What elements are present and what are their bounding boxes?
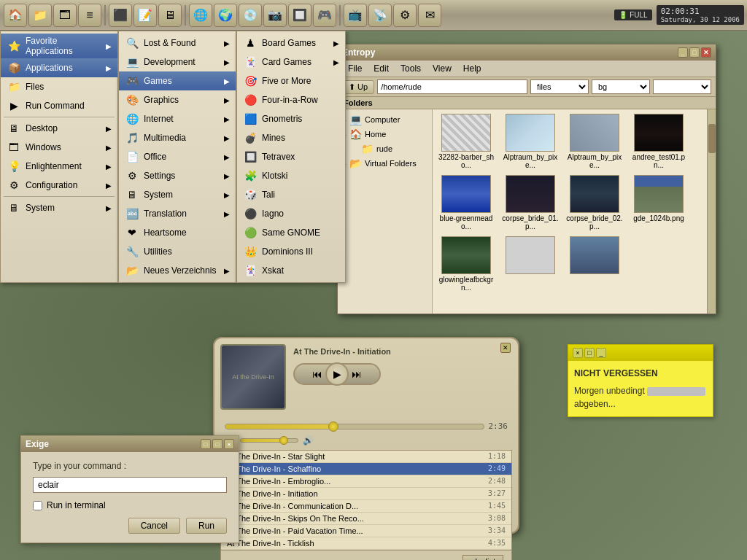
file-item[interactable]: glowingleafbckgrn... (437, 236, 495, 292)
menu-item-system[interactable]: 🖥 System ▶ (1, 198, 117, 217)
playlist-item[interactable]: At The Drive-In - Initiation 3:27 (221, 488, 511, 500)
entropy-up-btn[interactable]: ⬆ Up (342, 80, 374, 94)
entropy-minimize-btn[interactable]: _ (678, 47, 688, 58)
menu-item-five-or-more[interactable]: 🎯 Five or More (237, 71, 345, 90)
menu-item-files[interactable]: 📁 Files (1, 77, 117, 96)
settings-taskbar-icon[interactable]: ⚙ (393, 4, 417, 27)
menu-item-card-games[interactable]: 🃏 Card Games ▶ (237, 52, 345, 71)
progress-handle[interactable] (328, 421, 338, 432)
window-taskbar-icon[interactable]: 🗔 (53, 4, 77, 27)
menu-item-iagno[interactable]: ⚫ Iagno (237, 204, 345, 223)
menu-item-utilities[interactable]: 🔧 Utilities (119, 242, 236, 261)
mail-taskbar-icon[interactable]: ✉ (418, 4, 441, 27)
sticky-btn2[interactable]: □ (584, 348, 595, 358)
folder-item-virtual[interactable]: ▶ 📂 Virtual Folders (338, 156, 432, 171)
next-btn[interactable]: ⏭ (352, 368, 362, 380)
entropy-filter-select[interactable]: files (530, 79, 589, 94)
file-item[interactable]: Alptraum_by_pixe... (565, 114, 624, 169)
camera-taskbar-icon[interactable]: 📷 (263, 4, 287, 27)
playlist-item[interactable]: At The Drive-In - Skips On The Reco... 3… (221, 513, 511, 525)
menu-item-development[interactable]: 💻 Development ▶ (119, 52, 236, 71)
entropy-menu-tools[interactable]: Tools (395, 62, 427, 75)
menu-item-klotski[interactable]: 🧩 Klotski (237, 166, 345, 185)
playlist-item[interactable]: At The Drive-In - Star Slight 1:18 (221, 451, 511, 463)
file-item[interactable] (501, 236, 560, 292)
folder-item-home[interactable]: ▶ 🏠 Home (338, 127, 432, 141)
menu-item-tali[interactable]: 🎲 Tali (237, 185, 345, 204)
file-item[interactable]: corpse_bride_01.p... (501, 175, 560, 230)
home-taskbar-icon[interactable]: 🏠 (4, 4, 27, 27)
sticky-btn1[interactable]: × (573, 348, 583, 358)
menu-item-mines[interactable]: 💣 Mines (237, 128, 345, 147)
menu-item-xskat[interactable]: 🃏 Xskat (237, 261, 345, 280)
prev-btn[interactable]: ⏮ (312, 368, 322, 380)
menu-item-applications[interactable]: 📦 Applications ▶ (1, 58, 117, 77)
menu-item-neues[interactable]: 📂 Neues Verzeichnis ▶ (119, 261, 236, 280)
file-item[interactable]: corpse_bride_02.p... (565, 175, 624, 230)
menu-item-internet[interactable]: 🌐 Internet ▶ (119, 109, 236, 128)
menu-item-desktop[interactable]: 🖥 Desktop ▶ (1, 119, 117, 138)
menu-item-settings[interactable]: ⚙ Settings ▶ (119, 166, 236, 185)
app-taskbar-icon[interactable]: 🔲 (288, 4, 311, 27)
menu-item-configuration[interactable]: ⚙ Configuration ▶ (1, 176, 117, 195)
menu-item-office[interactable]: 📄 Office ▶ (119, 147, 236, 166)
playlist-item[interactable]: At The Drive-In - Communication D... 1:4… (221, 500, 511, 513)
menu-item-board-games[interactable]: ♟ Board Games ▶ (237, 34, 345, 52)
run-button[interactable]: Run (186, 518, 227, 534)
scrollbar-thumb[interactable] (708, 124, 716, 153)
file-item[interactable] (565, 236, 624, 292)
menu-item-four-in-row[interactable]: 🔴 Four-in-a-Row (237, 90, 345, 109)
entropy-sort-select[interactable] (653, 79, 711, 94)
cancel-button[interactable]: Cancel (128, 518, 180, 534)
entropy-view-select[interactable]: bg (592, 79, 650, 94)
playlist-item-active[interactable]: At The Drive-In - Schaffino 2:49 (221, 463, 511, 475)
player-close-btn[interactable]: ✕ (500, 343, 511, 353)
entropy-menu-edit[interactable]: Edit (368, 62, 395, 75)
playlist-item[interactable]: At The Drive-In - Ticklish 4:35 (221, 537, 511, 550)
playlist-btn[interactable]: playlist (462, 555, 503, 560)
entropy-menu-view[interactable]: View (427, 62, 457, 75)
sticky-btn3[interactable]: _ (596, 348, 606, 358)
volume-handle[interactable] (279, 436, 288, 445)
menu-item-enlightenment[interactable]: 💡 Enlightenment ▶ (1, 157, 117, 176)
menu-item-tetravex[interactable]: 🔲 Tetravex (237, 147, 345, 166)
browser-taskbar-icon[interactable]: 🖥 (158, 4, 182, 27)
run-in-terminal-checkbox[interactable] (33, 501, 42, 510)
file-item[interactable]: Alptraum_by_pixe... (501, 114, 560, 169)
menu-item-heartsome[interactable]: ❤ Heartsome (119, 223, 236, 242)
exige-btn1[interactable]: □ (201, 439, 211, 449)
exige-btn3[interactable]: × (224, 439, 234, 449)
file-item[interactable]: blue-greenmeado... (437, 175, 495, 230)
disc-taskbar-icon[interactable]: 💿 (239, 4, 262, 27)
globe-taskbar-icon[interactable]: 🌐 (189, 4, 212, 27)
file-item[interactable]: 32282-barber_sho... (437, 114, 495, 169)
menu-item-windows[interactable]: 🗔 Windows ▶ (1, 138, 117, 157)
menu-item-run-command[interactable]: ▶ Run Command (1, 96, 117, 115)
file-item[interactable]: gde_1024b.png (630, 175, 688, 230)
menu-item-favorite-apps[interactable]: ⭐ Favorite Applications ▶ (1, 34, 117, 58)
playlist-item[interactable]: At The Drive-In - Paid Vacation Time... … (221, 525, 511, 537)
entropy-menu-help[interactable]: Help (457, 62, 487, 75)
network-taskbar-icon[interactable]: 🌍 (214, 4, 237, 27)
edit-taskbar-icon[interactable]: 📝 (133, 4, 157, 27)
folder-item-computer[interactable]: ▶ 💻 Computer (338, 112, 432, 127)
games-taskbar-icon[interactable]: 🎮 (313, 4, 336, 27)
menu-item-lost-found[interactable]: 🔍 Lost & Found ▶ (119, 34, 236, 52)
menu-item-dominions3[interactable]: 👑 Dominions III (237, 242, 345, 261)
menu-item-graphics[interactable]: 🎨 Graphics ▶ (119, 90, 236, 109)
menu-item-games[interactable]: 🎮 Games ▶ (119, 71, 236, 90)
menu-item-translation[interactable]: 🔤 Translation ▶ (119, 204, 236, 223)
menu-item-gnometris[interactable]: 🟦 Gnometris (237, 109, 345, 128)
net2-taskbar-icon[interactable]: 📡 (368, 4, 392, 27)
entropy-path-input[interactable] (377, 79, 527, 94)
exige-btn2[interactable]: □ (212, 439, 222, 449)
volume-bar[interactable] (240, 438, 298, 443)
playlist-item[interactable]: At The Drive-In - Embroglio... 2:48 (221, 475, 511, 488)
files-scrollbar[interactable] (707, 109, 716, 314)
folder-taskbar-icon[interactable]: 📁 (28, 4, 52, 27)
terminal-taskbar-icon[interactable]: ⬛ (109, 4, 132, 27)
entropy-close-btn[interactable]: ✕ (701, 47, 711, 58)
play-btn[interactable]: ▶ (325, 362, 349, 386)
progress-bar[interactable] (225, 424, 484, 429)
list-taskbar-icon[interactable]: ≡ (78, 4, 101, 27)
